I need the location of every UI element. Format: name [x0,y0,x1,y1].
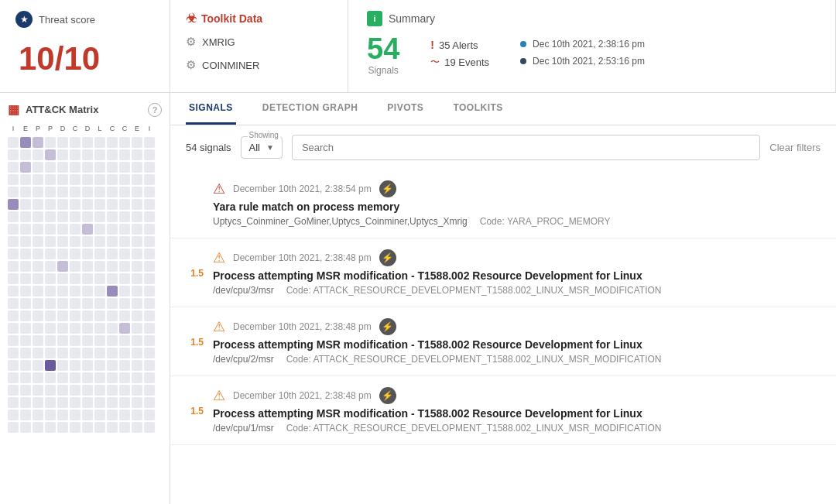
matrix-cell [132,137,142,148]
matrix-cell [57,149,68,160]
matrix-cell [8,422,19,433]
matrix-cell [107,187,118,197]
matrix-cell [45,360,56,371]
signal-code: Code: ATTACK_RESOURCE_DEVELOPMENT_T1588.… [286,285,662,296]
clear-filters-button[interactable]: Clear filters [769,142,821,153]
matrix-cell [94,360,105,371]
matrix-cell [82,310,93,321]
matrix-cell [94,385,105,396]
matrix-cell [144,174,155,185]
matrix-cell [57,372,68,383]
toolkit-item-icon-2: ⚙ [186,58,196,72]
matrix-cell [70,211,81,222]
matrix-row [8,211,162,222]
alert-exclaim-icon: ! [430,39,434,51]
signals-count: 54 [367,34,399,63]
matrix-cell [107,372,118,383]
matrix-cell [82,323,93,334]
matrix-cell [45,199,56,210]
matrix-cell [119,360,130,371]
matrix-cell [20,348,31,358]
events-icon: 〜 [430,56,440,69]
matrix-cell [57,310,68,321]
search-input[interactable] [292,135,760,160]
tab-signals[interactable]: SIGNALS [186,93,236,125]
matrix-cell [132,224,142,235]
matrix-cell [82,149,93,160]
matrix-cell [45,397,56,408]
matrix-cell [33,273,43,284]
matrix-cell [45,261,56,272]
matrix-row [8,149,162,160]
matrix-cell [144,372,155,383]
matrix-cell [107,397,118,408]
matrix-cell [57,298,68,309]
toolkit-label: Toolkit Data [201,12,262,25]
matrix-row [8,348,162,358]
matrix-cell [8,348,19,358]
matrix-row [8,372,162,383]
matrix-cell [94,261,105,272]
matrix-cell [20,211,31,222]
matrix-row [8,187,162,197]
signal-title: Process attempting MSR modification - T1… [213,338,821,351]
matrix-cell [8,224,19,235]
matrix-cell [57,249,68,259]
matrix-cell [57,261,68,272]
matrix-row [8,224,162,235]
threat-score-value: 10/10 [19,40,154,77]
signal-details: /dev/cpu/3/msr Code: ATTACK_RESOURCE_DEV… [213,285,821,296]
signal-path: /dev/cpu/3/msr [213,285,274,296]
matrix-cell [94,211,105,222]
tab-toolkits[interactable]: TOOLKITS [450,93,505,125]
signal-title: Process attempting MSR modification - T1… [213,269,821,282]
matrix-cell [94,224,105,235]
matrix-cell [82,249,93,259]
matrix-cell [132,249,142,259]
matrix-cell [8,372,19,383]
matrix-cell [119,211,130,222]
tab-detection-graph[interactable]: DETECTION GRAPH [259,93,361,125]
matrix-cell [119,422,130,433]
matrix-cell [119,174,130,185]
filter-bar: 54 signals Showing All ▼ Clear filters [170,125,836,170]
matrix-cell [57,236,68,247]
matrix-cell [94,310,105,321]
matrix-cell [70,422,81,433]
matrix-cell [20,149,31,160]
matrix-cell [82,422,93,433]
matrix-cell [94,348,105,358]
date-1: Dec 10th 2021, 2:38:16 pm [533,39,645,50]
signal-title: Process attempting MSR modification - T1… [213,407,821,420]
matrix-cell [70,187,81,197]
matrix-cell [57,422,68,433]
matrix-cell [8,137,19,148]
matrix-cell [82,261,93,272]
matrix-cell [132,348,142,358]
date-dot-1 [520,41,526,47]
tab-pivots[interactable]: PIVOTS [384,93,427,125]
matrix-row [8,422,162,433]
matrix-cell [45,335,56,346]
matrix-cell [57,199,68,210]
matrix-cell [70,149,81,160]
matrix-cell [70,323,81,334]
matrix-cell [70,372,81,383]
matrix-cell [20,273,31,284]
matrix-cell [132,236,142,247]
showing-dropdown[interactable]: Showing All ▼ [241,136,283,159]
date-item-1: Dec 10th 2021, 2:38:16 pm [520,39,645,50]
matrix-cell [132,310,142,321]
matrix-cell [132,397,142,408]
matrix-cell [8,298,19,309]
matrix-cell [132,162,142,173]
alerts-count: 35 Alerts [439,39,478,51]
lightning-icon: ⚡ [379,249,396,266]
matrix-cell [82,410,93,420]
matrix-cell [119,286,130,297]
matrix-cell [94,187,105,197]
matrix-cell [82,224,93,235]
matrix-cell [20,137,31,148]
help-icon[interactable]: ? [148,103,162,117]
signal-tags: Uptycs_Coinminer_GoMiner,Uptycs_Coinmine… [213,216,468,227]
